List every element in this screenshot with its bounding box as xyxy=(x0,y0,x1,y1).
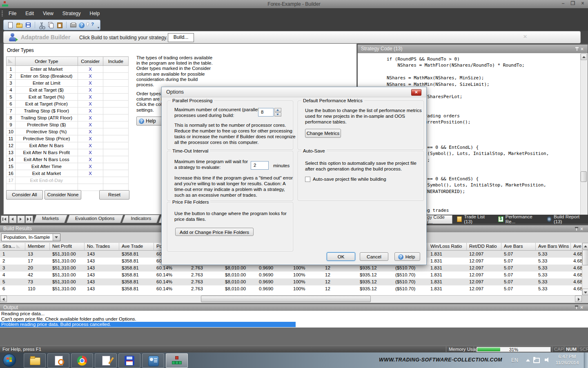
toolbar-overflow-icon[interactable]: ▾ xyxy=(98,26,99,29)
taskbar-backup-button[interactable] xyxy=(118,353,140,368)
menu-item[interactable]: View xyxy=(38,8,58,16)
results-row[interactable]: 573$51,310.00143$358.8160.14%2.763$8,010… xyxy=(0,278,582,285)
show-desktop-button[interactable] xyxy=(584,352,588,368)
spinner-up-button[interactable] xyxy=(274,108,281,112)
results-column-header[interactable]: Ret/DD Ratio xyxy=(467,243,501,251)
cancel-button[interactable]: Cancel xyxy=(360,252,388,261)
scroll-right-button[interactable] xyxy=(575,296,582,302)
document-tab[interactable]: Markets xyxy=(35,215,66,223)
change-metrics-button[interactable]: Change Metrics xyxy=(305,129,341,138)
order-type-row[interactable]: 3Enter at LimitX xyxy=(7,80,129,87)
order-type-row[interactable]: 5Exit at Target (%)X xyxy=(7,94,129,101)
results-row[interactable]: 442$51,310.00143$358.8160.14%2.763$8,010… xyxy=(0,272,582,278)
results-column-header[interactable]: Ave Bars Wins xyxy=(536,243,571,251)
menu-item[interactable]: Edit xyxy=(21,8,38,16)
reset-button[interactable]: Reset xyxy=(99,190,129,200)
maximize-button[interactable]: ❐ xyxy=(570,1,576,7)
banner-close-icon[interactable]: ✕ xyxy=(523,34,527,40)
pin-icon[interactable] xyxy=(577,47,577,51)
scroll-up-button[interactable] xyxy=(582,243,588,249)
scroll-left-button[interactable] xyxy=(0,296,7,302)
results-column-header[interactable]: No. Trades xyxy=(85,243,119,251)
dock-tab[interactable]: gy Code (... xyxy=(423,215,452,224)
processes-input[interactable]: 8 xyxy=(258,108,274,117)
close-button[interactable]: × xyxy=(580,1,586,7)
scroll-up-button[interactable] xyxy=(581,54,587,60)
dock-tab[interactable]: Build Report (13) xyxy=(543,215,588,223)
order-type-row[interactable]: 15Exit After TimeX xyxy=(7,163,129,170)
population-dropdown[interactable]: Population, In-Sample xyxy=(1,233,60,241)
tray-expand-icon[interactable] xyxy=(526,359,530,361)
cut-icon[interactable] xyxy=(38,22,45,28)
language-indicator[interactable]: EN xyxy=(511,357,518,363)
build-button[interactable]: Build... xyxy=(168,33,194,42)
order-type-row[interactable]: 16Exit at MarketX xyxy=(7,170,129,177)
order-type-row[interactable]: 1Enter at MarketX xyxy=(7,66,129,73)
dropdown-arrow-icon[interactable] xyxy=(53,234,60,241)
start-button[interactable] xyxy=(3,354,16,367)
order-type-row[interactable]: 6Exit at Target (Price)X xyxy=(7,101,129,108)
new-file-icon[interactable] xyxy=(7,22,13,28)
spinner-down-button[interactable] xyxy=(274,112,281,117)
results-column-header[interactable]: Ave Bars xyxy=(501,243,536,251)
taskbar-explorer-button[interactable] xyxy=(24,353,46,368)
taskbar-editor-button[interactable] xyxy=(95,353,117,368)
speaker-icon[interactable] xyxy=(545,357,550,362)
results-column-header[interactable]: Member xyxy=(25,243,50,251)
ok-button[interactable]: OK xyxy=(327,252,355,261)
close-panel-icon[interactable]: × xyxy=(580,227,583,231)
order-type-row[interactable]: 14Exit After N Bars LossX xyxy=(7,156,129,163)
menu-item[interactable]: Strategy xyxy=(58,8,85,16)
order-type-row[interactable]: 17Exit End-of-Day xyxy=(7,177,129,184)
help-button[interactable]: ? Help xyxy=(136,117,163,126)
dialog-help-button[interactable]: ? Help xyxy=(394,252,420,261)
order-type-row[interactable]: 13Exit After N Bars ProfitX xyxy=(7,149,129,156)
consider-all-button[interactable]: Consider All xyxy=(6,190,43,200)
code-vertical-scrollbar[interactable] xyxy=(580,54,587,222)
pin-icon[interactable] xyxy=(576,227,577,231)
output-line[interactable]: Problem reading price data. Build proces… xyxy=(0,322,296,327)
prev-tab-button[interactable] xyxy=(9,215,17,223)
order-type-row[interactable]: 4Exit at Target ($)X xyxy=(7,87,129,94)
results-column-header[interactable]: Net Profit xyxy=(50,243,85,251)
results-column-header[interactable]: Stra... xyxy=(0,243,25,251)
column-header-include[interactable]: Include xyxy=(103,57,128,66)
document-tab[interactable]: Indicators xyxy=(123,215,158,223)
taskbar-control-panel-button[interactable] xyxy=(142,353,164,368)
context-help-icon[interactable]: ? xyxy=(87,22,94,28)
results-column-header[interactable]: Ave xyxy=(571,243,582,251)
order-type-row[interactable]: 10Protective Stop (%)X xyxy=(7,128,129,135)
consider-none-button[interactable]: Consider None xyxy=(45,190,81,200)
order-type-row[interactable]: 9Protective Stop ($)X xyxy=(7,121,129,128)
column-header-order-type[interactable]: Order Type xyxy=(16,57,78,66)
dock-tab[interactable]: Trade List (13) xyxy=(453,215,494,223)
scrollbar-thumb[interactable] xyxy=(581,171,587,182)
order-type-row[interactable]: 12Exit After N BarsX xyxy=(7,142,129,149)
results-column-header[interactable]: Win/Loss Ratio xyxy=(428,243,467,251)
taskbar-chrome-button[interactable] xyxy=(71,353,93,368)
order-type-row[interactable]: 2Enter on Stop (Breakout)X xyxy=(7,73,129,80)
help-icon[interactable]: ? xyxy=(79,22,85,28)
clock[interactable]: 6:47 PM 11/26/2014 xyxy=(554,354,581,366)
copy-icon[interactable] xyxy=(47,22,54,28)
order-type-row[interactable]: 8Trailing Stop (ATR Floor)X xyxy=(7,114,129,121)
results-vertical-scrollbar[interactable] xyxy=(582,243,588,295)
pin-icon[interactable] xyxy=(576,306,577,309)
dock-tab[interactable]: Performance Re... xyxy=(494,215,542,223)
sort-column-header[interactable] xyxy=(7,57,16,66)
scroll-down-button[interactable] xyxy=(582,289,588,295)
order-type-row[interactable]: 7Trailing Stop ($ Floor)X xyxy=(7,108,129,114)
minimize-button[interactable]: – xyxy=(560,1,566,7)
next-tab-button[interactable] xyxy=(17,215,25,223)
order-type-row[interactable]: 11Protective Stop (Price)X xyxy=(7,135,129,142)
timeout-input[interactable]: 2 xyxy=(251,161,269,170)
network-icon[interactable] xyxy=(533,357,540,363)
dialog-close-button[interactable]: ✕ xyxy=(411,89,421,96)
scrollbar-thumb[interactable] xyxy=(201,296,371,302)
column-header-consider[interactable]: Consider xyxy=(78,57,103,66)
add-price-folders-button[interactable]: Add or Change Price File Folders xyxy=(175,228,254,236)
print-icon[interactable] xyxy=(70,22,76,28)
output-line[interactable]: Reading price data... xyxy=(0,311,588,316)
autosave-checkbox[interactable] xyxy=(305,177,310,182)
save-file-icon[interactable] xyxy=(25,22,31,28)
